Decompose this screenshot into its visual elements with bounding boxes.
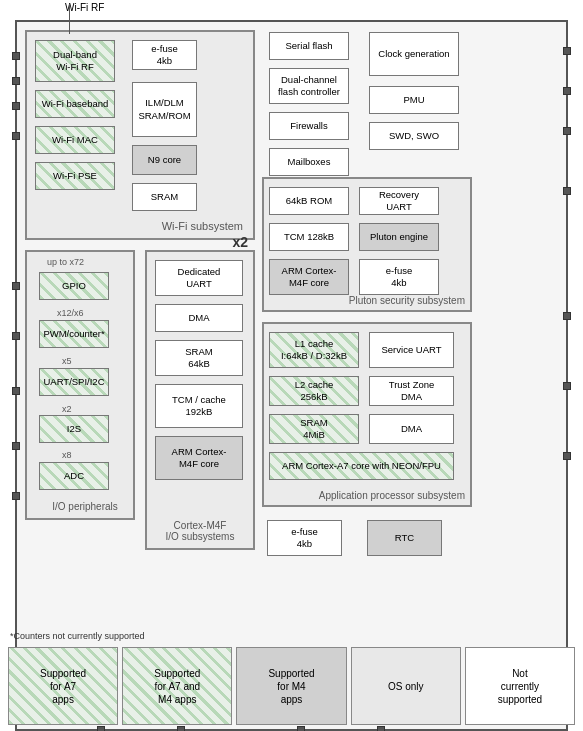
- io-periph-label: I/O peripherals: [32, 501, 138, 512]
- legend-not-supported: Not currently supported: [465, 647, 575, 725]
- arm-cortex-a7-box: ARM Cortex-A7 core with NEON/FPU: [269, 452, 454, 480]
- swd-swo-label: SWD, SWO: [389, 130, 439, 142]
- dual-flash-box: Dual-channel flash controller: [269, 68, 349, 104]
- io-periph-box: up to x72 GPIO x12/x6 PWM/counter* x5 UA…: [25, 250, 135, 520]
- efuse-4kb-pluton-box: e-fuse 4kb: [359, 259, 439, 295]
- pwm-counter-box: PWM/counter*: [39, 320, 109, 348]
- dual-flash-label: Dual-channel flash controller: [278, 74, 340, 99]
- clock-gen-box: Clock generation: [369, 32, 459, 76]
- connector-right-3: [563, 127, 571, 135]
- arm-m4-pluton-box: ARM Cortex- M4F core: [269, 259, 349, 295]
- connector-right-2: [563, 87, 571, 95]
- tcm-cache-192kb-label: TCM / cache 192kB: [172, 394, 226, 419]
- legend-a7-label: Supported for A7 apps: [40, 667, 86, 706]
- legend-m4: Supported for M4 apps: [236, 647, 346, 725]
- serial-flash-box: Serial flash: [269, 32, 349, 60]
- connector-bottom-3: [297, 726, 305, 731]
- connector-left-3: [12, 102, 20, 110]
- wifi-mac-label: Wi-Fi MAC: [52, 134, 98, 146]
- tcm-128kb-label: TCM 128kB: [284, 231, 334, 243]
- adc-label: ADC: [64, 470, 84, 482]
- connector-bottom-4: [377, 726, 385, 731]
- efuse-4kb-bottom-label: e-fuse 4kb: [291, 526, 317, 551]
- pluton-engine-label: Pluton engine: [370, 231, 428, 243]
- arm-m4f-io-box: ARM Cortex- M4F core: [155, 436, 243, 480]
- connector-left-2: [12, 77, 20, 85]
- dedicated-uart-label: Dedicated UART: [178, 266, 221, 291]
- connector-right-5: [563, 312, 571, 320]
- efuse-4kb-1-box: e-fuse 4kb: [132, 40, 197, 70]
- swd-swo-box: SWD, SWO: [369, 122, 459, 150]
- wifi-baseband-box: Wi-Fi baseband: [35, 90, 115, 118]
- cortex-m4f-label: Cortex-M4F I/O subsystems: [147, 509, 253, 542]
- pluton-section-label: Pluton security subsystem: [349, 295, 465, 306]
- cortex-m4f-box: x2 Dedicated UART DMA SRAM 64kB TCM / ca…: [145, 250, 255, 550]
- x12-x6-label: x12/x6: [57, 308, 84, 318]
- connector-left-1: [12, 52, 20, 60]
- rom-64kb-box: 64kB ROM: [269, 187, 349, 215]
- wifi-baseband-label: Wi-Fi baseband: [42, 98, 109, 110]
- ilm-dlm-box: ILM/DLM SRAM/ROM: [132, 82, 197, 137]
- footnote: *Counters not currently supported: [10, 631, 145, 641]
- recovery-uart-box: Recovery UART: [359, 187, 439, 215]
- sram-64kb-box: SRAM 64kB: [155, 340, 243, 376]
- x2-big-label: x2: [232, 234, 248, 250]
- dual-band-box: Dual-band Wi-Fi RF: [35, 40, 115, 82]
- legend-a7-m4-label: Supported for A7 and M4 apps: [154, 667, 200, 706]
- service-uart-label: Service UART: [381, 344, 441, 356]
- wifi-rf-label: Wi-Fi RF: [65, 2, 104, 13]
- app-proc-box: L1 cache I:64kB / D:32kB Service UART L2…: [262, 322, 472, 507]
- x2-io-label: x2: [62, 404, 72, 414]
- connector-right-6: [563, 382, 571, 390]
- connector-bottom-1: [97, 726, 105, 731]
- connector-left-5: [12, 282, 20, 290]
- connector-right-1: [563, 47, 571, 55]
- chip-outer: Dual-band Wi-Fi RF Wi-Fi baseband Wi-Fi …: [15, 20, 568, 731]
- legend-not-supported-label: Not currently supported: [498, 667, 542, 706]
- wifi-subsystem-box: Dual-band Wi-Fi RF Wi-Fi baseband Wi-Fi …: [25, 30, 255, 240]
- dedicated-uart-box: Dedicated UART: [155, 260, 243, 296]
- wifi-subsystem-label: Wi-Fi subsystem: [162, 220, 243, 232]
- sram-4mib-label: SRAM 4MiB: [300, 417, 327, 442]
- l2-cache-label: L2 cache 256kB: [295, 379, 334, 404]
- connector-bottom-2: [177, 726, 185, 731]
- trust-zone-dma-label: Trust Zone DMA: [389, 379, 435, 404]
- pmu-box: PMU: [369, 86, 459, 114]
- mailboxes-box: Mailboxes: [269, 148, 349, 176]
- tcm-128kb-box: TCM 128kB: [269, 223, 349, 251]
- wifi-pse-label: Wi-Fi PSE: [53, 170, 97, 182]
- dual-band-label: Dual-band Wi-Fi RF: [53, 49, 97, 74]
- connector-left-8: [12, 442, 20, 450]
- uart-spi-i2c-label: UART/SPI/I2C: [43, 376, 104, 388]
- pluton-engine-box: Pluton engine: [359, 223, 439, 251]
- l1-cache-box: L1 cache I:64kB / D:32kB: [269, 332, 359, 368]
- service-uart-box: Service UART: [369, 332, 454, 368]
- sram-wifi-label: SRAM: [151, 191, 178, 203]
- arm-cortex-a7-label: ARM Cortex-A7 core with NEON/FPU: [282, 460, 441, 472]
- efuse-4kb-pluton-label: e-fuse 4kb: [386, 265, 412, 290]
- wifi-rf-line: [69, 4, 70, 34]
- sram-4mib-box: SRAM 4MiB: [269, 414, 359, 444]
- connector-left-4: [12, 132, 20, 140]
- gpio-label: GPIO: [62, 280, 86, 292]
- x5-label: x5: [62, 356, 72, 366]
- connector-right-7: [563, 452, 571, 460]
- dma-app-box: DMA: [369, 414, 454, 444]
- dma-cortex-label: DMA: [188, 312, 209, 324]
- wifi-pse-box: Wi-Fi PSE: [35, 162, 115, 190]
- n9-core-box: N9 core: [132, 145, 197, 175]
- diagram-container: Dual-band Wi-Fi RF Wi-Fi baseband Wi-Fi …: [0, 0, 583, 731]
- adc-box: ADC: [39, 462, 109, 490]
- dma-cortex-box: DMA: [155, 304, 243, 332]
- pwm-counter-label: PWM/counter*: [43, 328, 104, 340]
- tcm-cache-192kb-box: TCM / cache 192kB: [155, 384, 243, 428]
- firewalls-label: Firewalls: [290, 120, 327, 132]
- l2-cache-box: L2 cache 256kB: [269, 376, 359, 406]
- legend-a7: Supported for A7 apps: [8, 647, 118, 725]
- l1-cache-label: L1 cache I:64kB / D:32kB: [281, 338, 347, 363]
- connector-left-9: [12, 492, 20, 500]
- serial-flash-label: Serial flash: [286, 40, 333, 52]
- legend-os: OS only: [351, 647, 461, 725]
- wifi-mac-box: Wi-Fi MAC: [35, 126, 115, 154]
- rom-64kb-label: 64kB ROM: [286, 195, 332, 207]
